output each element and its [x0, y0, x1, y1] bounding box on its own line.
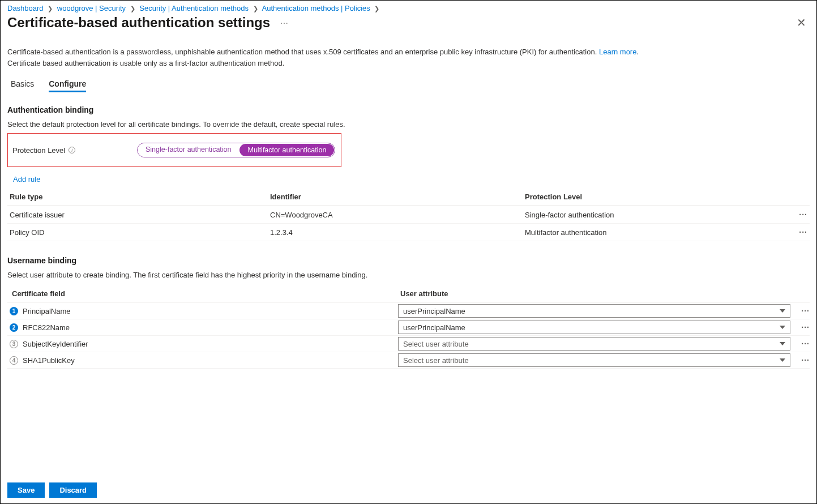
cell-identifier: CN=WoodgroveCA	[270, 211, 525, 219]
row-menu-button[interactable]: ···	[793, 323, 810, 332]
protection-level-block: Protection Level i Single-factor authent…	[7, 133, 341, 167]
cell-certificate-field: RFC822Name	[23, 323, 70, 332]
row-menu-button[interactable]: ···	[793, 356, 810, 365]
rules-table: Rule type Identifier Protection Level Ce…	[7, 188, 810, 241]
table-row: 4 SHA1PublicKey Select user attribute ··…	[7, 352, 810, 369]
close-icon[interactable]: ✕	[797, 16, 810, 29]
cell-protection: Single-factor authentication	[525, 211, 790, 219]
user-attribute-select[interactable]: Select user attribute	[398, 353, 790, 367]
row-menu-button[interactable]: ···	[790, 228, 807, 237]
chevron-right-icon: ❯	[130, 5, 135, 12]
info-icon[interactable]: i	[69, 147, 75, 153]
hdr-user-attribute: User attribute	[400, 289, 790, 298]
chevron-right-icon: ❯	[253, 5, 258, 12]
cell-protection: Multifactor authentication	[525, 228, 790, 237]
footer-bar: Save Discard	[7, 482, 97, 498]
table-row[interactable]: Policy OID 1.2.3.4 Multifactor authentic…	[7, 224, 810, 241]
protection-level-toggle[interactable]: Single-factor authentication Multifactor…	[137, 143, 335, 157]
protection-level-label: Protection Level i	[12, 146, 137, 155]
cell-certificate-field: SHA1PublicKey	[23, 356, 75, 365]
cell-certificate-field: PrincipalName	[23, 307, 71, 315]
cell-certificate-field: SubjectKeyIdentifier	[23, 340, 88, 348]
user-attribute-select[interactable]: userPrincipalName	[398, 304, 790, 318]
learn-more-link[interactable]: Learn more	[599, 48, 636, 56]
tab-configure[interactable]: Configure	[49, 79, 86, 92]
user-attribute-select[interactable]: userPrincipalName	[398, 321, 790, 334]
chevron-right-icon: ❯	[48, 5, 53, 12]
table-row: 2 RFC822Name userPrincipalName ···	[7, 319, 810, 335]
user-attribute-select[interactable]: Select user attribute	[398, 337, 790, 351]
chevron-down-icon	[780, 309, 785, 313]
more-actions-button[interactable]: ···	[280, 18, 289, 27]
row-menu-button[interactable]: ···	[793, 306, 810, 315]
cell-identifier: 1.2.3.4	[270, 228, 525, 237]
username-binding-heading: Username binding	[7, 256, 810, 265]
row-menu-button[interactable]: ···	[793, 339, 810, 348]
priority-badge: 2	[10, 323, 18, 332]
rules-table-header: Rule type Identifier Protection Level	[7, 188, 810, 206]
hdr-certificate-field: Certificate field	[10, 289, 400, 298]
breadcrumb-item-security[interactable]: Security | Authentication methods	[139, 4, 249, 12]
cell-rule-type: Certificate issuer	[10, 211, 270, 219]
title-row: Certificate-based authentication setting…	[1, 14, 816, 39]
chevron-right-icon: ❯	[374, 5, 379, 12]
tabs: Basics Configure	[7, 79, 810, 93]
priority-badge: 1	[10, 307, 18, 315]
save-button[interactable]: Save	[7, 482, 45, 498]
priority-badge: 4	[10, 356, 18, 365]
username-binding-sub: Select user attribute to create binding.…	[7, 271, 810, 279]
page-title: Certificate-based authentication setting…	[7, 15, 270, 31]
chevron-down-icon	[780, 326, 785, 329]
table-row: 1 PrincipalName userPrincipalName ···	[7, 302, 810, 319]
row-menu-button[interactable]: ···	[790, 210, 807, 219]
table-row[interactable]: Certificate issuer CN=WoodgroveCA Single…	[7, 206, 810, 224]
breadcrumb-item-policies[interactable]: Authentication methods | Policies	[262, 4, 370, 12]
chevron-down-icon	[780, 358, 785, 362]
breadcrumb-item-dashboard[interactable]: Dashboard	[7, 4, 44, 12]
rules-hdr-type: Rule type	[10, 193, 270, 201]
rules-hdr-identifier: Identifier	[270, 193, 525, 201]
add-rule-link[interactable]: Add rule	[13, 175, 40, 183]
auth-binding-heading: Authentication binding	[7, 105, 810, 114]
table-row: 3 SubjectKeyIdentifier Select user attri…	[7, 335, 810, 352]
priority-badge: 3	[10, 340, 18, 348]
breadcrumb-item-woodgrove[interactable]: woodgrove | Security	[57, 4, 126, 12]
description-text-1: Certificate-based authentication is a pa…	[7, 48, 597, 56]
username-table-header: Certificate field User attribute	[7, 285, 810, 302]
auth-binding-sub: Select the default protection level for …	[7, 120, 810, 129]
chevron-down-icon	[780, 342, 785, 345]
pill-multifactor[interactable]: Multifactor authentication	[239, 144, 334, 156]
tab-basics[interactable]: Basics	[11, 79, 34, 92]
rules-hdr-protection: Protection Level	[525, 193, 790, 201]
cell-rule-type: Policy OID	[10, 228, 270, 237]
breadcrumb: Dashboard ❯ woodgrove | Security ❯ Secur…	[1, 1, 816, 14]
pill-single-factor[interactable]: Single-factor authentication	[138, 143, 239, 157]
description-text-2: Certificate based authentication is usab…	[7, 59, 284, 67]
discard-button[interactable]: Discard	[49, 482, 97, 498]
description: Certificate-based authentication is a pa…	[7, 46, 810, 69]
username-binding-table: Certificate field User attribute 1 Princ…	[7, 285, 810, 369]
